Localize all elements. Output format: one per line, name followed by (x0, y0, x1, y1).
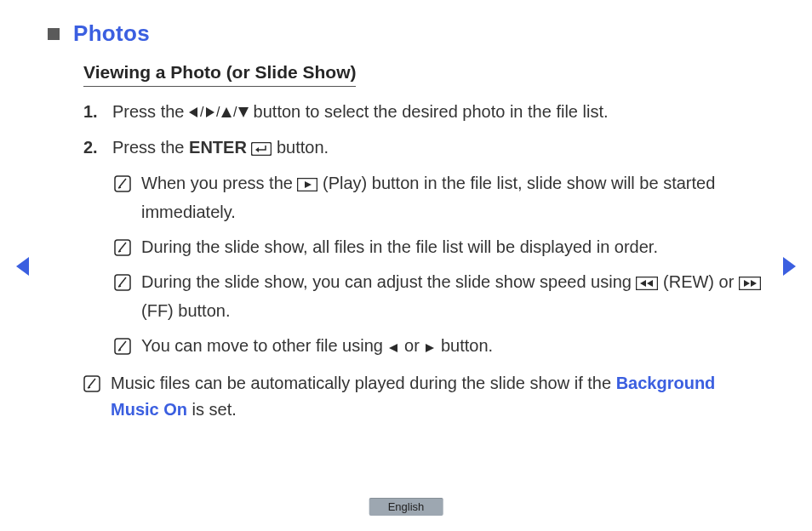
note-item: When you press the (Play) button in the … (114, 170, 761, 226)
footer-note-text: Music files can be automatically played … (111, 370, 761, 423)
note-text: When you press the (Play) button in the … (141, 170, 761, 226)
footer-note: Music files can be automatically played … (83, 370, 761, 423)
note-icon (114, 336, 131, 353)
dpad-arrows-icon: / / / (189, 101, 249, 128)
notes-block: When you press the (Play) button in the … (114, 170, 761, 362)
section-title: Photos (73, 20, 150, 47)
section-header: Photos (48, 20, 761, 47)
enter-icon (251, 137, 272, 163)
note-icon (83, 374, 100, 391)
svg-marker-11 (305, 181, 312, 188)
svg-marker-16 (647, 280, 653, 287)
step-1: 1. Press the / / / button to select the … (83, 99, 761, 128)
svg-marker-19 (751, 280, 757, 287)
svg-marker-2 (206, 107, 214, 117)
svg-marker-8 (255, 147, 259, 152)
svg-marker-15 (640, 280, 646, 287)
right-arrow-icon (424, 335, 436, 362)
svg-marker-0 (189, 107, 197, 117)
svg-marker-4 (221, 107, 232, 117)
step-number: 1. (83, 99, 102, 128)
rewind-button-icon (636, 271, 658, 298)
svg-marker-25 (783, 257, 796, 276)
svg-marker-22 (426, 344, 434, 352)
svg-marker-18 (744, 280, 750, 287)
note-icon (114, 174, 131, 191)
left-arrow-icon (387, 335, 399, 362)
note-text: You can move to other file using or butt… (141, 333, 493, 362)
play-button-icon (297, 173, 317, 199)
step-text: Press the ENTER button. (112, 134, 329, 163)
note-text: During the slide show, all files in the … (141, 234, 658, 260)
svg-text:/: / (233, 105, 237, 119)
svg-marker-21 (389, 344, 397, 352)
note-icon (114, 237, 131, 254)
enter-label: ENTER (189, 138, 247, 157)
step-number: 2. (83, 134, 102, 163)
prev-page-arrow[interactable] (14, 255, 31, 281)
square-bullet-icon (48, 28, 60, 40)
note-icon (114, 272, 131, 289)
step-text: Press the / / / button to select the des… (112, 99, 609, 128)
note-item: During the slide show, all files in the … (114, 234, 761, 260)
svg-marker-24 (16, 257, 29, 276)
note-item: You can move to other file using or butt… (114, 333, 761, 362)
note-item: During the slide show, you can adjust th… (114, 269, 761, 324)
steps-list: 1. Press the / / / button to select the … (83, 99, 761, 163)
note-text: During the slide show, you can adjust th… (141, 269, 761, 324)
manual-page: Photos Viewing a Photo (or Slide Show) 1… (0, 0, 812, 531)
language-indicator: English (369, 498, 443, 516)
svg-text:/: / (216, 105, 220, 119)
page-subtitle: Viewing a Photo (or Slide Show) (83, 62, 356, 87)
fast-forward-button-icon (739, 271, 761, 298)
svg-rect-7 (252, 143, 272, 156)
next-page-arrow[interactable] (781, 255, 798, 281)
svg-text:/: / (200, 105, 204, 119)
svg-marker-6 (238, 107, 249, 117)
step-2: 2. Press the ENTER button. (83, 134, 761, 163)
